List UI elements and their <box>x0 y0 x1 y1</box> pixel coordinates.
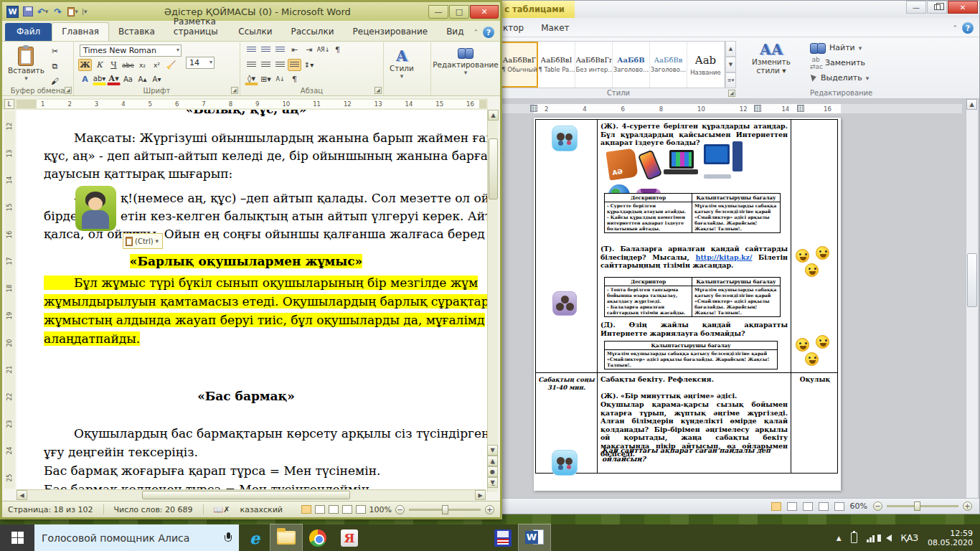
styles-button[interactable]: А Стили ▾ <box>390 45 414 80</box>
scroll-down-icon[interactable]: ▼ <box>487 445 498 456</box>
change-case-icon[interactable]: Аа <box>121 73 135 85</box>
justify-icon[interactable] <box>288 59 301 71</box>
page-indicator[interactable]: Страница: 18 из 102 <box>8 505 93 514</box>
table-column-marker-icon[interactable] <box>530 105 537 112</box>
inserted-avatar-image[interactable] <box>75 186 116 231</box>
font-color-icon[interactable]: А▾ <box>107 73 121 85</box>
scroll-up-icon[interactable]: ▲ <box>966 99 977 110</box>
horizontal-ruler[interactable]: 246810121416 <box>501 104 962 113</box>
word-count[interactable]: Число слов: 20 689 <box>114 505 193 514</box>
paste-format-icon[interactable]: ▾ <box>67 6 79 18</box>
view-print-layout-icon[interactable] <box>301 505 311 514</box>
style-heading2[interactable]: АаБбВв Заголово... <box>650 42 687 88</box>
gallery-more-icon[interactable]: ≡▾ <box>725 72 736 88</box>
numbering-icon[interactable] <box>259 44 273 56</box>
clipboard-dialog-launcher-icon[interactable]: ◢ <box>65 87 72 94</box>
title-bar[interactable]: W ↶▾ ↷ ▾ |▾ Әдістер ҚОЙМАСЫ (0) - Micros… <box>2 2 500 21</box>
highlight-color-icon[interactable]: ab▾ <box>93 73 106 85</box>
sort-az-icon[interactable]: А↓ <box>273 73 287 85</box>
borders-icon[interactable]: ⊞▾ <box>259 73 273 85</box>
paragraph-dialog-launcher-icon[interactable]: ◢ <box>374 87 382 94</box>
close-button[interactable]: ✕ <box>470 5 499 19</box>
zoom-slider[interactable]: − + <box>873 501 972 511</box>
style-heading1[interactable]: АаБбВ Заголово... <box>613 42 650 88</box>
vertical-ruler[interactable]: 1213141516171819202122232425 <box>4 111 15 489</box>
start-button[interactable] <box>0 524 34 551</box>
horizontal-ruler[interactable]: 12345678910111213141516 <box>17 100 486 108</box>
align-center-icon[interactable] <box>259 59 273 71</box>
zoom-in-icon[interactable]: + <box>963 501 972 511</box>
copy-icon[interactable]: ⧉ <box>48 60 62 72</box>
horizontal-scrollbar[interactable]: ◀ ▶ <box>17 489 486 500</box>
scroll-up-icon[interactable]: ▲ <box>488 110 499 121</box>
font-size-select[interactable]: 14 <box>186 57 215 69</box>
view-web-icon[interactable] <box>329 505 339 514</box>
gallery-down-icon[interactable]: ▼ <box>725 57 736 72</box>
editing-button[interactable]: Редактирование ▾ <box>434 45 497 76</box>
align-right-icon[interactable] <box>273 59 287 71</box>
save-icon[interactable] <box>22 6 34 18</box>
zoom-slider-thumb[interactable] <box>442 505 448 514</box>
paste-options-button[interactable]: (Ctrl) ▾ <box>123 233 163 249</box>
battery-icon[interactable] <box>851 532 857 543</box>
view-fullscreen-icon[interactable] <box>315 505 325 514</box>
next-page-icon[interactable]: ▼̲ <box>487 477 498 488</box>
clear-formatting-icon[interactable]: 🧹 <box>164 59 178 71</box>
font-family-select[interactable]: Times New Roman <box>80 44 182 57</box>
zoom-slider-thumb[interactable] <box>914 501 920 511</box>
word-window-left[interactable]: W ↶▾ ↷ ▾ |▾ Әдістер ҚОЙМАСЫ (0) - Micros… <box>0 0 502 519</box>
zoom-level[interactable]: 60% <box>850 501 867 511</box>
undo-icon[interactable]: ↶▾ <box>37 6 49 18</box>
view-print-layout-icon[interactable] <box>771 502 781 511</box>
paste-button[interactable]: Вставить ▾ <box>8 44 44 82</box>
tab-insert[interactable]: Вставка <box>109 23 164 41</box>
underline-button[interactable]: Ч <box>107 59 121 71</box>
zoom-out-icon[interactable]: − <box>873 501 882 511</box>
vertical-scrollbar[interactable]: ▲ <box>966 99 978 498</box>
microphone-icon[interactable] <box>225 532 232 544</box>
qat-customize-icon[interactable]: |▾ <box>82 8 88 15</box>
superscript-button[interactable]: x² <box>150 59 164 71</box>
bold-button[interactable]: Ж <box>78 59 92 71</box>
text-effects-icon[interactable]: А <box>78 73 92 85</box>
spellcheck-icon[interactable]: 📖✗ <box>214 505 230 514</box>
close-button[interactable]: ✕ <box>948 1 978 14</box>
tab-home[interactable]: Главная <box>52 22 109 41</box>
subscript-button[interactable]: x₂ <box>136 59 149 71</box>
kitap-link[interactable]: http://kitap.kz/ <box>696 253 753 261</box>
view-fullscreen-icon[interactable] <box>787 502 797 511</box>
language-indicator[interactable]: казахский <box>240 505 283 514</box>
tab-page-layout[interactable]: Разметка страницы <box>164 13 230 41</box>
help-icon[interactable]: ? <box>483 27 494 38</box>
italic-button[interactable]: К <box>93 59 106 71</box>
minimize-button[interactable]: — <box>428 5 448 19</box>
document-page[interactable]: «Балық, құс, аң» Мақсаты: Жүргізуші ойын… <box>17 110 489 492</box>
tray-expand-icon[interactable]: ▲ <box>837 534 842 542</box>
clock[interactable]: 12:5908.05.2020 <box>928 529 973 547</box>
scroll-left-icon[interactable]: ◀ <box>17 490 27 500</box>
zoom-in-icon[interactable]: + <box>485 505 494 514</box>
show-marks-icon[interactable]: ¶ <box>331 44 344 56</box>
style-table-paragraph[interactable]: АаБбВвІ ¶ Table Pa... <box>538 42 575 88</box>
grow-font-icon[interactable]: А▴ <box>136 73 149 85</box>
word-window-right[interactable]: с таблицами — ✕ ктор Макет ⌃ ? АаБбВвГ ¶… <box>494 0 980 514</box>
vertical-scrollbar[interactable]: ▲ <box>487 110 498 492</box>
view-outline-icon[interactable] <box>342 505 352 514</box>
document-page[interactable]: Сабақтың соңы31-40 мин. (Ж). 4-суретте б… <box>534 118 841 491</box>
speaker-icon[interactable] <box>886 534 892 542</box>
tab-file[interactable]: Файл <box>5 23 52 41</box>
table-column-marker-icon[interactable] <box>754 105 761 112</box>
cut-icon[interactable]: ✂ <box>48 45 62 57</box>
previous-page-icon[interactable]: ▲̲ <box>487 456 498 466</box>
shrink-font-icon[interactable]: А▾ <box>150 73 164 85</box>
zoom-out-icon[interactable]: − <box>395 505 405 514</box>
scroll-right-icon[interactable]: ▶ <box>475 490 486 500</box>
zoom-level[interactable]: 100% <box>369 505 392 514</box>
file-explorer-button[interactable] <box>270 524 302 551</box>
view-web-icon[interactable] <box>803 502 813 511</box>
language-switcher[interactable]: ҚАЗ <box>901 533 918 543</box>
select-browse-object-icon[interactable]: ● <box>487 466 498 477</box>
strikethrough-button[interactable]: abe <box>121 59 135 71</box>
word-logo-icon[interactable]: W <box>6 6 19 18</box>
help-icon[interactable]: ? <box>962 22 974 34</box>
